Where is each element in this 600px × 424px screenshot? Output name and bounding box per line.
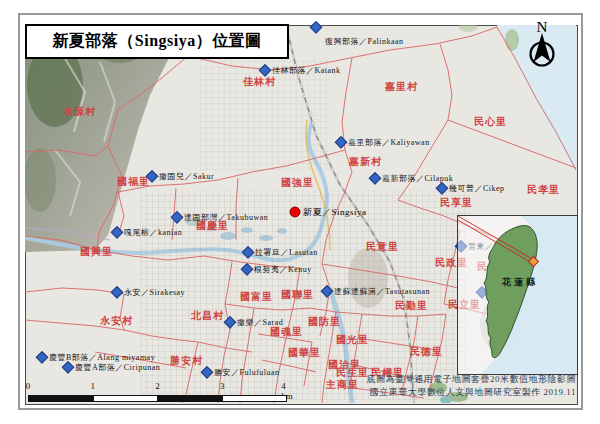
diamond-marker-icon — [224, 316, 236, 328]
diamond-marker-icon — [321, 285, 333, 297]
north-label: N — [537, 19, 548, 35]
diamond-marker-icon — [36, 351, 48, 363]
settlement-label: 達蘇達蘇湳／Tasutasunan — [334, 286, 430, 297]
diamond-marker-icon — [335, 136, 347, 148]
diamond-marker-icon — [111, 226, 123, 238]
village-label: 民享里 — [440, 196, 473, 210]
attribution: 底圖為臺灣通用電子地圖套疊20米數值地形陰影圖 國立東華大學數位人文與地圖研究室… — [320, 373, 576, 399]
settlement-label: 幾可普／Cikep — [449, 183, 505, 194]
scale-segment — [222, 395, 287, 402]
scale-segment — [93, 395, 158, 402]
scale-tick-label: 0 — [26, 381, 31, 391]
diamond-marker-icon — [62, 361, 74, 373]
attribution-line2: 國立東華大學數位人文與地圖研究室製作 2019.11 — [320, 386, 576, 399]
scale-tick-label: 1 — [91, 381, 96, 391]
inset-art — [458, 216, 577, 374]
village-label: 國強里 — [281, 176, 314, 190]
settlement-label: 佳林部落／Katank — [272, 65, 341, 76]
settlement-label: 拉署旦／Lasutan — [255, 247, 318, 258]
settlement-label: 撒樂／Sarad — [237, 317, 283, 328]
village-label: 嘉新村 — [349, 155, 382, 169]
scale-tick-label: 3 — [220, 381, 225, 391]
village-label: 國福里 — [117, 175, 150, 189]
singsiya-label: 新夏／Singsiya — [303, 206, 367, 219]
settlement-label: 達固部灣／Takubuwan — [184, 212, 268, 223]
settlement-label: 永安／Sirakesay — [124, 287, 185, 298]
attribution-line1: 底圖為臺灣通用電子地圖套疊20米數值地形陰影圖 — [320, 373, 576, 386]
diamond-marker-icon — [241, 263, 253, 275]
diamond-marker-icon — [242, 246, 254, 258]
village-label: 永安村 — [100, 314, 133, 328]
settlement-label: 根努夷／Kenuy — [254, 264, 312, 275]
map-page: 水源村佳林村嘉里村民心里國福里嘉新村民孝里民享里國強里國慶里國興里民意里民政里民… — [0, 0, 600, 424]
settlement-label: 復興部落／Palinkaan — [325, 36, 404, 47]
village-label: 水源村 — [63, 105, 96, 119]
scale-tick-label: 2 — [155, 381, 160, 391]
settlement-label: 勝安／Fulufuluan — [214, 367, 280, 378]
village-label: 國華里 — [288, 346, 321, 360]
county-label: 花蓮縣 — [502, 276, 538, 289]
settlement-label: 慶豐A部落／Ciripunan — [75, 362, 160, 373]
singsiya-marker — [290, 207, 301, 218]
village-label: 勝安村 — [170, 354, 203, 368]
village-label: 民孝里 — [527, 183, 560, 197]
village-label: 民意里 — [366, 240, 399, 254]
village-label: 民勤里 — [395, 299, 428, 313]
scale-segment — [28, 395, 93, 402]
scale-bar: 01234 km — [27, 381, 295, 405]
diamond-marker-icon — [310, 21, 322, 33]
diamond-marker-icon — [171, 211, 183, 223]
settlement-label: 嘉里部落／Kaliyawan — [348, 137, 430, 148]
village-label: 國聯里 — [281, 288, 314, 302]
village-label: 北昌村 — [191, 309, 224, 323]
village-label: 民心里 — [474, 115, 507, 129]
scale-segment — [158, 395, 223, 402]
village-label: 國興里 — [80, 245, 113, 259]
title-box: 新夏部落（Singsiya）位置圖 — [25, 24, 289, 59]
village-label: 國富里 — [240, 290, 273, 304]
village-label: 佳林村 — [243, 75, 276, 89]
page-title: 新夏部落（Singsiya）位置圖 — [52, 31, 261, 52]
village-label: 國光里 — [336, 333, 369, 347]
village-label: 嘉里村 — [385, 80, 418, 94]
village-label: 民德里 — [410, 345, 443, 359]
diamond-marker-icon — [436, 182, 448, 194]
inset-map: 花蓮縣 — [457, 215, 578, 375]
north-arrow-icon: N — [522, 18, 562, 74]
diamond-marker-icon — [369, 172, 381, 184]
settlement-label: 撒固兒／Sakur — [159, 171, 214, 182]
settlement-label: 嘎尾榕／kanian — [124, 227, 182, 238]
diamond-marker-icon — [111, 286, 123, 298]
village-label: 國防里 — [308, 315, 341, 329]
